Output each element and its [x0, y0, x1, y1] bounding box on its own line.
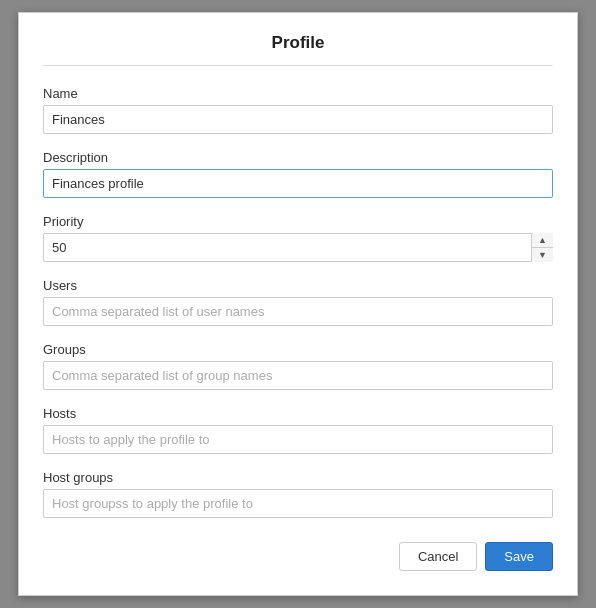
cancel-button[interactable]: Cancel [399, 542, 477, 571]
groups-input[interactable] [43, 361, 553, 390]
host-groups-group: Host groups [43, 470, 553, 518]
host-groups-label: Host groups [43, 470, 553, 485]
users-group: Users [43, 278, 553, 326]
description-input[interactable] [43, 169, 553, 198]
dialog-footer: Cancel Save [43, 542, 553, 571]
priority-increment-button[interactable]: ▲ [532, 233, 553, 248]
dialog-title: Profile [43, 33, 553, 66]
priority-decrement-button[interactable]: ▼ [532, 248, 553, 262]
groups-label: Groups [43, 342, 553, 357]
users-label: Users [43, 278, 553, 293]
priority-group: Priority ▲ ▼ [43, 214, 553, 262]
hosts-input[interactable] [43, 425, 553, 454]
description-label: Description [43, 150, 553, 165]
priority-label: Priority [43, 214, 553, 229]
profile-dialog: Profile Name Description Priority ▲ ▼ Us… [18, 12, 578, 596]
description-group: Description [43, 150, 553, 198]
users-input[interactable] [43, 297, 553, 326]
save-button[interactable]: Save [485, 542, 553, 571]
host-groups-input[interactable] [43, 489, 553, 518]
priority-spinner: ▲ ▼ [531, 233, 553, 262]
hosts-label: Hosts [43, 406, 553, 421]
priority-input[interactable] [43, 233, 553, 262]
name-group: Name [43, 86, 553, 134]
hosts-group: Hosts [43, 406, 553, 454]
priority-wrapper: ▲ ▼ [43, 233, 553, 262]
groups-group: Groups [43, 342, 553, 390]
name-input[interactable] [43, 105, 553, 134]
name-label: Name [43, 86, 553, 101]
